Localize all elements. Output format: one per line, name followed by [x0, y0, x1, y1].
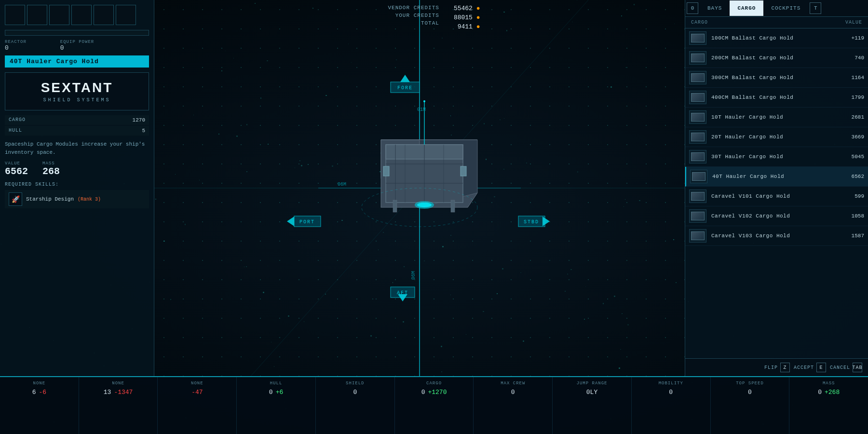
tab-cockpits[interactable]: COCKPITS [763, 0, 808, 16]
svg-text:PORT: PORT [299, 219, 315, 225]
cargo-list-item[interactable]: Caravel V101 Cargo Hold 599 [685, 187, 868, 206]
value-item: VALUE 6562 [5, 161, 28, 177]
module-slot-1[interactable] [5, 5, 25, 25]
cargo-item-value: 5045 [840, 154, 864, 160]
module-slot-6[interactable] [116, 5, 136, 25]
credits-header: VENDOR CREDITS YOUR CREDITS TOTAL 55462 … [388, 5, 480, 30]
cargo-list[interactable]: 100CM Ballast Cargo Hold +119 200CM Ball… [685, 28, 868, 358]
bottom-stat-group: MASS0+268 [789, 377, 868, 434]
brand-sub: SHIELD SYSTEMS [13, 97, 141, 103]
credit-icon-1: ● [476, 5, 480, 12]
selected-item-name: 40T Hauler Cargo Hold [5, 55, 149, 68]
cargo-list-item[interactable]: 40T Hauler Cargo Hold 6562 [685, 167, 868, 187]
reactor-value: 0 [5, 44, 27, 52]
cargo-item-value: +119 [840, 35, 864, 41]
bottom-stat-value: 6 [32, 389, 36, 396]
bottom-stat-group: NONE-47 [158, 377, 237, 434]
cargo-item-name: 400CM Ballast Cargo Hold [711, 95, 840, 100]
cancel-button[interactable]: CANCEL TAB [830, 363, 862, 372]
module-slot-3[interactable] [49, 5, 69, 25]
cancel-key: TAB [853, 363, 862, 372]
bottom-stat-value: 0 [511, 389, 515, 396]
bottom-stat-group: HULL0+6 [237, 377, 316, 434]
stat-key-cargo: CARGO [9, 117, 26, 123]
bottom-stat-label: MAX CREW [479, 381, 546, 386]
bottom-stat-group: SHIELD0 [316, 377, 395, 434]
cargo-item-name: Caravel V101 Cargo Hold [711, 193, 840, 199]
cargo-list-item[interactable]: Caravel V102 Cargo Hold 1058 [685, 206, 868, 226]
bottom-stat-value: -6 [39, 389, 46, 396]
bottom-stat-label: CARGO [401, 381, 468, 386]
cargo-item-value: 1799 [840, 95, 864, 100]
bottom-stat-label: HULL [243, 381, 310, 386]
tab-cargo[interactable]: CARGO [730, 0, 763, 16]
total-value: 9411 ● [454, 23, 480, 30]
reactor-label: REACTOR [5, 40, 27, 44]
svg-point-43 [423, 100, 425, 102]
stat-val-hull: 5 [142, 128, 145, 134]
stat-row-hull: HULL 5 [5, 126, 149, 136]
mass-number: 268 [42, 166, 60, 177]
skill-name: Starship Design [26, 196, 74, 202]
your-credits-label: YOUR CREDITS [388, 13, 439, 18]
mass-item: MASS 268 [42, 161, 60, 177]
flip-button[interactable]: FLIP Z [764, 363, 790, 372]
cargo-thumb [689, 91, 706, 104]
cargo-list-item[interactable]: Caravel V103 Cargo Hold 1587 [685, 226, 868, 246]
cargo-item-value: 599 [840, 193, 864, 199]
cargo-thumb-shape [691, 73, 705, 82]
svg-rect-36 [383, 166, 389, 176]
cargo-list-item[interactable]: 300CM Ballast Cargo Hold 1164 [685, 68, 868, 88]
cargo-item-value: 1164 [840, 75, 864, 81]
svg-rect-40 [393, 200, 397, 212]
accept-button[interactable]: ACCEPT E [794, 363, 826, 372]
bottom-bar: NONE6-6NONE13-1347NONE-47HULL0+6SHIELD0C… [0, 376, 868, 434]
bottom-stat-value: 13 [104, 389, 111, 396]
bottom-stat-value: +268 [825, 389, 840, 396]
bottom-stat-value: -1347 [114, 389, 133, 396]
cargo-list-item[interactable]: 400CM Ballast Cargo Hold 1799 [685, 88, 868, 108]
bottom-stat-label: TOP SPEED [717, 381, 784, 386]
cargo-thumb [689, 51, 706, 65]
required-skills-label: REQUIRED SKILLS: [5, 182, 149, 187]
cargo-list-header: CARGO VALUE [685, 17, 868, 28]
tab-bar: 0 BAYS CARGO COCKPITS T [685, 0, 868, 17]
bottom-stats: NONE6-6NONE13-1347NONE-47HULL0+6SHIELD0C… [0, 377, 868, 434]
bottom-stat-label: MOBILITY [637, 381, 705, 386]
grid-canvas: FORE AFT PORT STBD 06M 02M 06M 01M [154, 0, 685, 376]
vendor-credits-label: VENDOR CREDITS [388, 5, 439, 11]
cargo-list-item[interactable]: 200CM Ballast Cargo Hold 740 [685, 48, 868, 68]
cargo-list-item[interactable]: 20T Hauler Cargo Hold 3669 [685, 127, 868, 147]
cargo-item-name: 10T Hauler Cargo Hold [711, 114, 840, 120]
cargo-thumb [689, 150, 706, 163]
svg-point-39 [417, 203, 432, 207]
vendor-credits-value: 55462 ● [454, 5, 480, 12]
svg-text:06M: 06M [411, 271, 416, 280]
brand-area: SEXTANT SHIELD SYSTEMS [5, 72, 149, 110]
stat-val-cargo: 1270 [133, 117, 145, 123]
cargo-thumb-shape [691, 231, 705, 240]
svg-text:FORE: FORE [397, 85, 413, 91]
credit-icon-3: ● [476, 23, 480, 30]
bottom-stat-values: 0+1270 [401, 389, 468, 396]
module-slot-4[interactable] [71, 5, 92, 25]
tab-key-t[interactable]: T [810, 2, 821, 14]
bottom-stat-label: NONE [85, 381, 152, 386]
tab-bays[interactable]: BAYS [700, 0, 730, 16]
cargo-thumb-shape [691, 93, 705, 102]
module-slot-2[interactable] [27, 5, 47, 25]
bottom-stat-values: 13-1347 [85, 389, 152, 396]
cargo-thumb [689, 31, 706, 45]
cargo-list-item[interactable]: 30T Hauler Cargo Hold 5045 [685, 147, 868, 167]
cargo-list-item[interactable]: 100CM Ballast Cargo Hold +119 [685, 28, 868, 48]
power-bar [5, 30, 149, 36]
tab-key-0[interactable]: 0 [687, 2, 698, 14]
bottom-stat-values: -47 [163, 389, 231, 396]
bottom-stat-group: JUMP RANGE0LY [553, 377, 632, 434]
module-slot-5[interactable] [94, 5, 114, 25]
ship-viewport: FORE AFT PORT STBD 06M 02M 06M 01M [154, 0, 685, 376]
svg-text:STBD: STBD [524, 219, 539, 225]
cargo-item-name: 200CM Ballast Cargo Hold [711, 55, 840, 61]
cargo-list-item[interactable]: 10T Hauler Cargo Hold 2681 [685, 108, 868, 127]
cargo-thumb-shape [691, 54, 705, 62]
